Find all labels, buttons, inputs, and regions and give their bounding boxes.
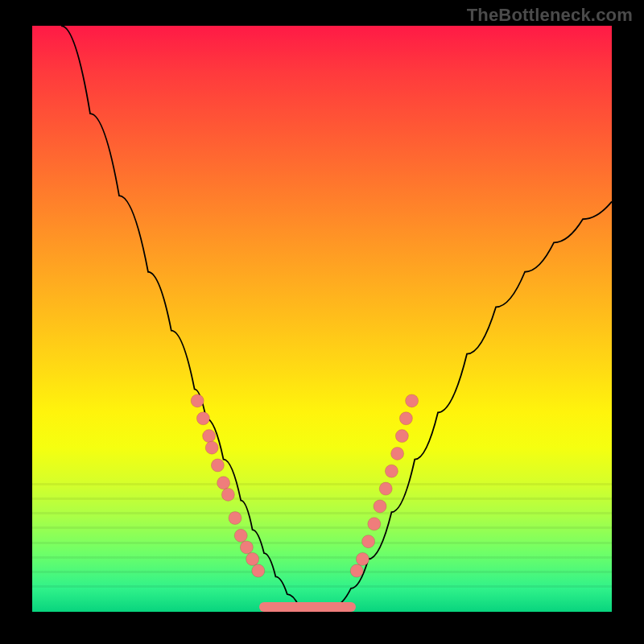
data-point [205, 441, 218, 454]
data-point [246, 552, 259, 565]
data-point [391, 447, 404, 460]
data-point [196, 412, 209, 425]
curve-layer [32, 26, 612, 612]
data-point [395, 430, 408, 443]
plot-area [32, 26, 612, 612]
data-point [362, 535, 375, 548]
data-point [191, 394, 204, 407]
data-point [211, 459, 224, 472]
data-point [374, 500, 386, 513]
data-point [399, 412, 412, 425]
data-point [234, 529, 247, 542]
data-point [350, 564, 363, 577]
bottleneck-curve [61, 26, 612, 612]
data-point [217, 477, 230, 489]
data-point [221, 488, 234, 501]
watermark-text: TheBottleneck.com [467, 5, 633, 26]
chart-frame: TheBottleneck.com [0, 0, 644, 644]
data-point [368, 518, 381, 530]
data-point [240, 541, 253, 554]
data-point [379, 482, 392, 495]
data-point [406, 394, 419, 407]
data-point [356, 552, 369, 565]
data-point [203, 430, 216, 443]
data-point [385, 464, 398, 477]
data-point [252, 564, 265, 577]
data-point [229, 512, 242, 525]
data-points [191, 394, 418, 577]
